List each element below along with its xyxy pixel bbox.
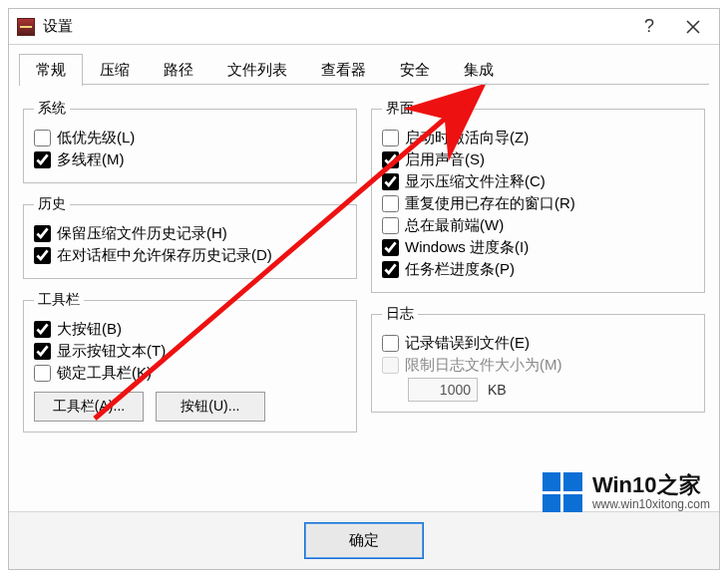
chk-low-priority[interactable]: 低优先级(L) bbox=[34, 129, 346, 147]
close-icon bbox=[686, 20, 700, 34]
tab-general[interactable]: 常规 bbox=[19, 54, 83, 86]
chk-always-on-top-input[interactable] bbox=[382, 217, 399, 234]
chk-enable-sound[interactable]: 启用声音(S) bbox=[382, 150, 694, 169]
tab-strip: 常规 压缩 路径 文件列表 查看器 安全 集成 bbox=[9, 45, 719, 85]
chk-limit-log-size: 限制日志文件大小为(M) bbox=[382, 356, 694, 375]
chk-windows-progress-label: Windows 进度条(I) bbox=[405, 238, 529, 257]
chk-taskbar-progress[interactable]: 任务栏进度条(P) bbox=[382, 260, 694, 279]
toolbar-legend: 工具栏 bbox=[34, 291, 84, 309]
chk-show-button-text-input[interactable] bbox=[34, 343, 51, 360]
chk-low-priority-input[interactable] bbox=[34, 130, 51, 146]
log-size-input bbox=[408, 378, 478, 402]
chk-keep-history-label: 保留压缩文件历史记录(H) bbox=[57, 224, 227, 243]
general-page: 系统 低优先级(L) 多线程(M) 历史 保留压缩文件历史记录(H) bbox=[9, 86, 719, 440]
chk-big-buttons-label: 大按钮(B) bbox=[57, 320, 122, 339]
interface-group: 界面 启动时激活向导(Z) 启用声音(S) 显示压缩文件注释(C) 重复使用已存… bbox=[371, 100, 705, 293]
log-group: 日志 记录错误到文件(E) 限制日志文件大小为(M) KB bbox=[371, 305, 705, 413]
tab-security[interactable]: 安全 bbox=[383, 54, 447, 86]
chk-taskbar-progress-label: 任务栏进度条(P) bbox=[405, 260, 515, 279]
chk-reuse-window-input[interactable] bbox=[382, 195, 399, 212]
chk-reuse-window[interactable]: 重复使用已存在的窗口(R) bbox=[382, 194, 694, 213]
toolbar-config-button[interactable]: 工具栏(A)... bbox=[34, 392, 144, 422]
chk-allow-dialog-history-label: 在对话框中允许保存历史记录(D) bbox=[57, 246, 272, 265]
toolbar-group: 工具栏 大按钮(B) 显示按钮文本(T) 锁定工具栏(K) 工具栏(A)... … bbox=[23, 291, 357, 433]
chk-multithread-input[interactable] bbox=[34, 151, 51, 168]
chk-windows-progress[interactable]: Windows 进度条(I) bbox=[382, 238, 694, 257]
chk-reuse-window-label: 重复使用已存在的窗口(R) bbox=[405, 194, 575, 213]
chk-limit-log-size-label: 限制日志文件大小为(M) bbox=[405, 356, 562, 375]
app-icon bbox=[17, 18, 35, 36]
chk-show-button-text-label: 显示按钮文本(T) bbox=[57, 342, 166, 361]
chk-big-buttons[interactable]: 大按钮(B) bbox=[34, 320, 346, 339]
chk-keep-history[interactable]: 保留压缩文件历史记录(H) bbox=[34, 224, 346, 243]
chk-enable-sound-label: 启用声音(S) bbox=[405, 150, 485, 169]
history-legend: 历史 bbox=[34, 195, 70, 213]
chk-show-comment-input[interactable] bbox=[382, 173, 399, 190]
chk-always-on-top[interactable]: 总在最前端(W) bbox=[382, 216, 694, 235]
chk-keep-history-input[interactable] bbox=[34, 225, 51, 242]
chk-always-on-top-label: 总在最前端(W) bbox=[405, 216, 504, 235]
chk-show-comment-label: 显示压缩文件注释(C) bbox=[405, 172, 546, 191]
chk-limit-log-size-input bbox=[382, 357, 399, 374]
chk-lock-toolbar-input[interactable] bbox=[34, 365, 51, 382]
log-legend: 日志 bbox=[382, 305, 418, 323]
system-legend: 系统 bbox=[34, 100, 70, 118]
chk-show-comment[interactable]: 显示压缩文件注释(C) bbox=[382, 172, 694, 191]
right-column: 界面 启动时激活向导(Z) 启用声音(S) 显示压缩文件注释(C) 重复使用已存… bbox=[371, 100, 705, 433]
settings-dialog: 设置 ? 常规 压缩 路径 文件列表 查看器 安全 集成 系统 低优先级(L) bbox=[8, 8, 720, 570]
titlebar: 设置 ? bbox=[9, 9, 719, 45]
chk-log-errors-label: 记录错误到文件(E) bbox=[405, 334, 530, 353]
tab-viewer[interactable]: 查看器 bbox=[304, 54, 383, 86]
chk-multithread-label: 多线程(M) bbox=[57, 150, 125, 169]
chk-multithread[interactable]: 多线程(M) bbox=[34, 150, 346, 169]
chk-big-buttons-input[interactable] bbox=[34, 321, 51, 338]
tab-compress[interactable]: 压缩 bbox=[83, 54, 147, 86]
chk-taskbar-progress-input[interactable] bbox=[382, 261, 399, 278]
close-button[interactable] bbox=[671, 12, 715, 42]
ok-button[interactable]: 确定 bbox=[304, 522, 424, 559]
left-column: 系统 低优先级(L) 多线程(M) 历史 保留压缩文件历史记录(H) bbox=[23, 100, 357, 433]
history-group: 历史 保留压缩文件历史记录(H) 在对话框中允许保存历史记录(D) bbox=[23, 195, 357, 279]
chk-low-priority-label: 低优先级(L) bbox=[57, 129, 135, 147]
buttons-config-button[interactable]: 按钮(U)... bbox=[156, 392, 265, 422]
chk-enable-sound-input[interactable] bbox=[382, 151, 399, 168]
chk-activate-wizard-label: 启动时激活向导(Z) bbox=[405, 129, 529, 147]
interface-legend: 界面 bbox=[382, 100, 418, 118]
chk-allow-dialog-history-input[interactable] bbox=[34, 247, 51, 264]
system-group: 系统 低优先级(L) 多线程(M) bbox=[23, 100, 357, 183]
log-size-unit: KB bbox=[488, 382, 507, 398]
dialog-footer: 确定 bbox=[9, 511, 719, 569]
chk-windows-progress-input[interactable] bbox=[382, 239, 399, 256]
window-title: 设置 bbox=[43, 17, 73, 36]
tab-integration[interactable]: 集成 bbox=[447, 54, 511, 86]
chk-log-errors[interactable]: 记录错误到文件(E) bbox=[382, 334, 694, 353]
chk-log-errors-input[interactable] bbox=[382, 335, 399, 352]
chk-lock-toolbar-label: 锁定工具栏(K) bbox=[57, 364, 152, 383]
tab-filelist[interactable]: 文件列表 bbox=[210, 54, 304, 86]
log-size-row: KB bbox=[408, 378, 694, 402]
chk-allow-dialog-history[interactable]: 在对话框中允许保存历史记录(D) bbox=[34, 246, 346, 265]
chk-activate-wizard[interactable]: 启动时激活向导(Z) bbox=[382, 129, 694, 147]
tab-path[interactable]: 路径 bbox=[147, 54, 210, 86]
help-button[interactable]: ? bbox=[627, 12, 671, 42]
chk-show-button-text[interactable]: 显示按钮文本(T) bbox=[34, 342, 346, 361]
chk-lock-toolbar[interactable]: 锁定工具栏(K) bbox=[34, 364, 346, 383]
chk-activate-wizard-input[interactable] bbox=[382, 130, 399, 146]
